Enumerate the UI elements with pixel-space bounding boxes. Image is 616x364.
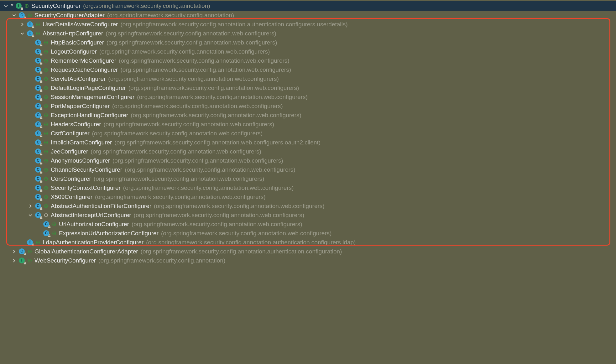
tree-row[interactable]: CExpressionUrlAuthorizationConfigurer(or… — [0, 229, 616, 238]
visibility-public-icon — [27, 258, 33, 263]
chevron-down-icon[interactable] — [11, 13, 17, 18]
visibility-public-icon — [43, 167, 49, 173]
svg-rect-12 — [40, 45, 42, 46]
visibility-public-icon — [43, 185, 49, 191]
tree-row[interactable]: CAbstractHttpConfigurer(org.springframew… — [0, 29, 616, 38]
svg-point-8 — [37, 24, 39, 25]
class-icon: C — [34, 66, 43, 73]
svg-point-35 — [45, 106, 47, 107]
lock-icon — [39, 216, 43, 219]
class-icon: C — [26, 239, 34, 246]
chevron-right-icon[interactable] — [11, 258, 17, 263]
tree-row[interactable]: CCsrfConfigurer(org.springframework.secu… — [0, 129, 616, 138]
tree-row[interactable]: CRequestCacheConfigurer(org.springframew… — [0, 65, 616, 74]
tree-row[interactable]: CChannelSecurityConfigurer(org.springfra… — [0, 165, 616, 174]
tree-row[interactable]: CHeadersConfigurer(org.springframework.s… — [0, 120, 616, 129]
svg-rect-21 — [40, 72, 42, 74]
visibility-public-icon — [43, 112, 49, 118]
package-label: (org.springframework.security.config.ann… — [120, 66, 291, 73]
class-icon: C — [34, 212, 43, 219]
class-icon: C — [34, 121, 43, 128]
visibility-public-icon — [43, 194, 49, 200]
lock-icon — [39, 116, 43, 119]
tree-row[interactable]: IWebSecurityConfigurer(org.springframewo… — [0, 256, 616, 265]
tree-row[interactable]: CPortMapperConfigurer(org.springframewor… — [0, 101, 616, 111]
svg-point-82 — [29, 251, 30, 252]
tree-row[interactable]: CUrlAuthorizationConfigurer(org.springfr… — [0, 220, 616, 229]
class-name: CsrfConfigurer — [51, 130, 90, 137]
svg-point-32 — [45, 96, 47, 98]
visibility-public-icon — [27, 249, 33, 254]
svg-rect-9 — [32, 36, 34, 37]
package-label: (org.springframework.security.config.ann… — [141, 248, 342, 255]
tree-row[interactable]: CAbstractInterceptUrlConfigurer(org.spri… — [0, 211, 616, 220]
package-label: (org.springframework.security.config.ann… — [92, 130, 263, 137]
package-label: (org.springframework.security.config.ann… — [98, 257, 225, 264]
tree-row[interactable]: CRememberMeConfigurer(org.springframewor… — [0, 56, 616, 65]
chevron-down-icon[interactable] — [3, 3, 9, 9]
class-icon: C — [34, 75, 43, 82]
chevron-right-icon[interactable] — [28, 203, 33, 209]
visibility-public-icon — [24, 3, 29, 9]
tree-row[interactable]: CLogoutConfigurer(org.springframework.se… — [0, 47, 616, 56]
class-icon: C — [34, 57, 43, 64]
visibility-public-icon — [43, 85, 49, 91]
svg-rect-36 — [40, 117, 42, 119]
svg-rect-83 — [24, 263, 26, 264]
tree-row[interactable]: CLdapAuthenticationProviderConfigurer(or… — [0, 238, 616, 247]
visibility-public-icon — [43, 131, 49, 136]
svg-point-17 — [45, 51, 47, 52]
tree-row[interactable]: CImplicitGrantConfigurer(org.springframe… — [0, 138, 616, 147]
lock-icon — [39, 52, 43, 56]
tree-row[interactable]: CJeeConfigurer(org.springframework.secur… — [0, 147, 616, 156]
lock-icon — [31, 25, 35, 29]
class-icon: C — [26, 30, 34, 37]
svg-point-53 — [45, 160, 47, 161]
tree-row[interactable]: CServletApiConfigurer(org.springframewor… — [0, 74, 616, 83]
tree-row[interactable]: CSessionManagementConfigurer(org.springf… — [0, 92, 616, 101]
class-icon: C — [34, 157, 43, 164]
svg-point-50 — [45, 151, 47, 152]
class-name: UrlAuthorizationConfigurer — [59, 221, 129, 228]
visibility-public-icon — [43, 49, 49, 55]
tree-row[interactable]: CGlobalAuthenticationConfigurerAdapter(o… — [0, 247, 616, 256]
tree-row[interactable]: CSecurityContextConfigurer(org.springfra… — [0, 183, 616, 192]
svg-point-38 — [45, 115, 47, 116]
class-name: AbstractHttpConfigurer — [43, 30, 103, 37]
svg-point-44 — [45, 133, 47, 134]
class-icon: C — [34, 203, 43, 210]
tree-row[interactable]: CUserDetailsAwareConfigurer(org.springfr… — [0, 20, 616, 29]
tree-row[interactable]: CX509Configurer(org.springframework.secu… — [0, 192, 616, 201]
class-name: ImplicitGrantConfigurer — [51, 139, 112, 146]
tree-row[interactable]: CExceptionHandlingConfigurer(org.springf… — [0, 111, 616, 120]
svg-point-56 — [45, 169, 47, 170]
tree-row[interactable]: CSecurityConfigurerAdapter(org.springfra… — [0, 11, 616, 20]
svg-rect-54 — [40, 172, 42, 174]
visibility-public-icon — [43, 67, 49, 73]
svg-rect-80 — [24, 254, 26, 255]
package-label: (org.springframework.security.config.ann… — [91, 148, 261, 155]
lock-icon — [39, 207, 43, 210]
tree-row[interactable]: CDefaultLoginPageConfigurer(org.springfr… — [0, 83, 616, 92]
chevron-down-icon[interactable] — [28, 212, 33, 218]
class-name: ExpressionUrlAuthorizationConfigurer — [59, 230, 159, 237]
chevron-down-icon[interactable] — [19, 31, 25, 36]
visibility-public-icon — [43, 140, 49, 145]
lock-icon — [23, 252, 27, 256]
visibility-public-icon — [35, 240, 41, 245]
class-name: CorsConfigurer — [51, 175, 91, 182]
tree-row[interactable]: CAbstractAuthenticationFilterConfigurer(… — [0, 201, 616, 211]
svg-point-79 — [37, 242, 39, 243]
tree-row[interactable]: *ISecurityConfigurer(org.springframework… — [0, 1, 616, 11]
visibility-public-icon — [43, 203, 49, 209]
chevron-right-icon[interactable] — [11, 249, 17, 254]
class-name: HttpBasicConfigurer — [51, 39, 104, 46]
tree-row[interactable]: CHttpBasicConfigurer(org.springframework… — [0, 38, 616, 47]
svg-rect-57 — [40, 181, 42, 183]
class-icon: C — [34, 48, 43, 55]
chevron-right-icon[interactable] — [19, 22, 25, 27]
tree-row[interactable]: CAnonymousConfigurer(org.springframework… — [0, 156, 616, 165]
package-label: (org.springframework.security.config.ann… — [125, 166, 295, 173]
tree-row[interactable]: CCorsConfigurer(org.springframework.secu… — [0, 174, 616, 183]
package-label: (org.springframework.security.config.ann… — [106, 30, 276, 37]
